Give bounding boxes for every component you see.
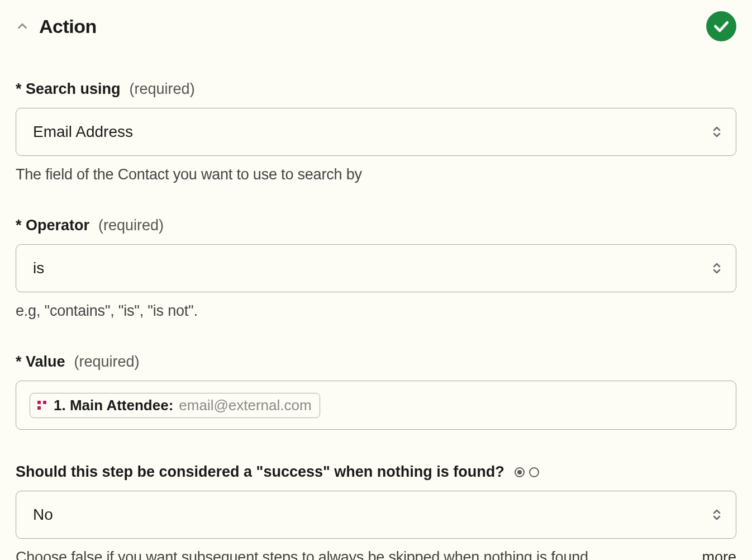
svg-rect-2 [37, 406, 41, 410]
search-using-label: * Search using [16, 80, 121, 98]
required-tag: (required) [130, 80, 195, 98]
svg-rect-0 [37, 401, 41, 404]
select-arrows-icon [711, 508, 722, 521]
more-link[interactable]: more [702, 549, 736, 560]
radio-group [515, 467, 539, 477]
chip-label: 1. Main Attendee: [54, 397, 173, 414]
value-input[interactable]: 1. Main Attendee: email@external.com [16, 381, 736, 430]
required-tag: (required) [98, 217, 164, 234]
search-using-value: Email Address [33, 123, 133, 141]
svg-rect-1 [43, 401, 46, 404]
success-help: Choose false if you want subsequent step… [16, 549, 605, 560]
operator-select[interactable]: is [16, 244, 736, 292]
field-value: * Value (required) 1. Main Attendee: ema… [16, 353, 736, 430]
operator-help: e.g, "contains", "is", "is not". [16, 302, 736, 320]
section-header: Action [16, 11, 736, 41]
radio-option-1[interactable] [515, 467, 525, 477]
chevron-up-icon[interactable] [16, 20, 29, 33]
operator-label: * Operator [16, 217, 89, 234]
success-value: No [33, 506, 53, 524]
success-select[interactable]: No [16, 491, 736, 539]
chip-sub: email@external.com [179, 397, 311, 414]
check-circle-icon [706, 11, 736, 41]
value-label: * Value [16, 353, 65, 371]
section-title: Action [39, 16, 97, 37]
field-operator: * Operator (required) is e.g, "contains"… [16, 217, 736, 320]
success-label: Should this step be considered a "succes… [16, 463, 504, 481]
value-chip[interactable]: 1. Main Attendee: email@external.com [30, 393, 320, 418]
field-success: Should this step be considered a "succes… [16, 463, 736, 560]
search-using-help: The field of the Contact you want to use… [16, 166, 736, 183]
radio-option-2[interactable] [529, 467, 539, 477]
required-tag: (required) [74, 353, 140, 371]
app-icon [36, 399, 48, 411]
operator-value: is [33, 259, 44, 277]
select-arrows-icon [711, 262, 722, 275]
search-using-select[interactable]: Email Address [16, 108, 736, 156]
field-search-using: * Search using (required) Email Address … [16, 80, 736, 183]
select-arrows-icon [711, 125, 722, 139]
